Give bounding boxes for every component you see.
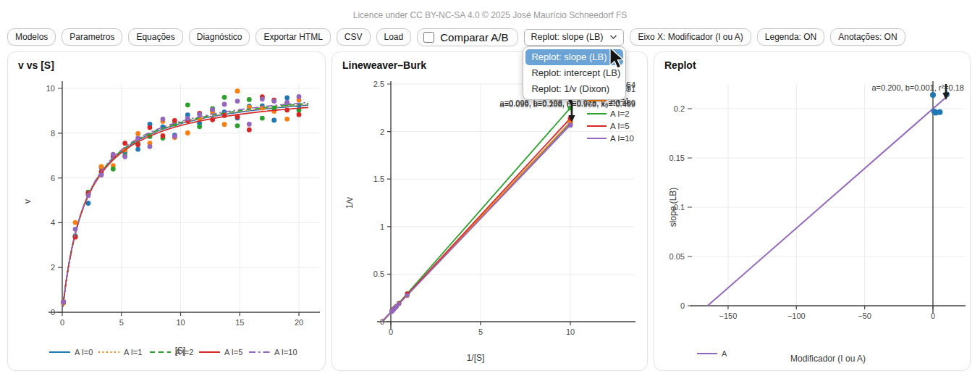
button-modelos[interactable]: Modelos (7, 28, 56, 46)
svg-text:0.15: 0.15 (669, 154, 685, 162)
button-csv[interactable]: CSV (337, 28, 371, 46)
menu-item-replot-dixon[interactable]: Replot: 1/v (Dixon) (525, 81, 623, 97)
v-vs-s-chart: 024681005101520v[S]A I=0A I=1A I=2A I=5A… (8, 52, 325, 370)
svg-text:0: 0 (680, 301, 685, 310)
svg-text:A I=10: A I=10 (274, 348, 297, 356)
grid (62, 84, 319, 312)
replot-chart: 00.050.10.150.2−150−100−500slope (LB)Mod… (654, 52, 970, 370)
legend: A I=0A I=1A I=2A I=5A I=10 (49, 348, 297, 356)
svg-text:A I=2: A I=2 (610, 109, 630, 118)
svg-text:A I=2: A I=2 (175, 348, 193, 356)
svg-text:−50: −50 (858, 312, 871, 320)
series-a-i-1 (61, 88, 308, 306)
panel-title: Lineweaver–Burk (342, 59, 426, 71)
axes: 00.050.10.150.2−150−100−500slope (LB)Mod… (668, 81, 966, 364)
svg-text:2: 2 (51, 263, 55, 272)
svg-text:v: v (22, 199, 33, 204)
svg-text:1: 1 (380, 222, 384, 231)
svg-text:15: 15 (235, 318, 244, 327)
replot-dropdown-menu: Replot: slope (LB) Replot: intercept (LB… (523, 46, 626, 100)
app-root: Licence under CC BY-NC-SA 4.0 © 2025 Jos… (0, 0, 980, 384)
replot-select-value: Replot: slope (LB) (531, 32, 603, 42)
button-eixo-x[interactable]: Eixo X: Modificador (I ou A) (630, 28, 751, 46)
compare-ab-label: Comparar A/B (440, 31, 508, 43)
svg-text:0.2: 0.2 (674, 104, 685, 113)
replot-select[interactable]: Replot: slope (LB) (524, 29, 624, 46)
compare-ab-checkbox[interactable] (423, 32, 434, 43)
svg-text:1.5: 1.5 (373, 175, 384, 183)
series-a-i-10 (61, 94, 308, 307)
svg-text:−150: −150 (719, 312, 738, 320)
grid (391, 84, 634, 322)
svg-text:10: 10 (566, 327, 575, 336)
svg-text:A I=5: A I=5 (610, 122, 630, 130)
series-a-i-2 (61, 95, 308, 307)
svg-text:5: 5 (119, 318, 124, 327)
svg-text:−100: −100 (787, 312, 806, 320)
compare-ab-group: Comparar A/B (417, 28, 518, 46)
legend: A (697, 349, 727, 358)
svg-text:5: 5 (478, 327, 483, 336)
license-text: Licence under CC BY-NC-SA 4.0 © 2025 Jos… (0, 0, 980, 20)
axes: 00.511.522.505101/v1/[S] (345, 80, 635, 363)
button-diagnostico[interactable]: Diagnóstico (189, 28, 250, 46)
panel-title: Replot (664, 59, 696, 71)
svg-text:0.5: 0.5 (373, 270, 384, 278)
svg-text:0: 0 (60, 318, 64, 327)
button-anotacoes[interactable]: Anotações: ON (830, 28, 905, 46)
replot-fit-line (708, 94, 950, 306)
svg-text:0.05: 0.05 (669, 252, 685, 261)
svg-text:2.5: 2.5 (373, 80, 384, 88)
svg-text:8: 8 (51, 129, 55, 138)
charts-row: v vs [S] 024681005101520v[S]A I=0A I=1A … (7, 51, 973, 371)
button-legenda[interactable]: Legenda: ON (757, 28, 824, 46)
svg-text:slope (LB): slope (LB) (668, 188, 678, 228)
panel-replot: Replot 00.050.10.150.2−150−100−500slope … (654, 51, 971, 371)
button-load[interactable]: Load (376, 28, 412, 46)
replot-select-wrap: Replot: slope (LB) Replot: slope (LB) Re… (524, 29, 624, 46)
fit-annotation: a=0.200, b=0.001, r²=0.18 (871, 83, 964, 92)
svg-text:0: 0 (51, 308, 55, 317)
svg-text:A I=10: A I=10 (610, 134, 634, 143)
chevron-down-icon (609, 34, 617, 40)
svg-text:2: 2 (380, 128, 384, 136)
svg-text:10: 10 (176, 318, 185, 327)
series-a-i-0 (61, 96, 308, 307)
svg-text:A I=1: A I=1 (124, 348, 142, 356)
svg-text:20: 20 (295, 318, 303, 327)
svg-text:A: A (722, 349, 727, 358)
lineweaver-burk-chart: 00.511.522.505101/v1/[S]a=0.099, b=0.204… (332, 52, 647, 370)
panel-title: v vs [S] (18, 59, 54, 71)
mouse-cursor-icon (607, 47, 626, 70)
svg-text:0: 0 (389, 327, 393, 336)
toolbar: Modelos Parametros Equações Diagnóstico … (7, 27, 973, 47)
series-a-i-2-line (383, 108, 570, 322)
series-a-i-5 (61, 94, 308, 306)
svg-text:0: 0 (931, 312, 935, 320)
button-parametros[interactable]: Parametros (62, 28, 122, 46)
svg-text:A I=5: A I=5 (224, 348, 242, 356)
svg-text:6: 6 (51, 174, 55, 183)
series-a-i-10-line (382, 125, 570, 322)
button-equacoes[interactable]: Equações (128, 28, 182, 46)
svg-text:1/[S]: 1/[S] (467, 353, 485, 363)
button-exportar-html[interactable]: Exportar HTML (255, 28, 330, 46)
svg-text:10: 10 (46, 84, 55, 93)
panel-v-vs-s: v vs [S] 024681005101520v[S]A I=0A I=1A … (7, 51, 326, 371)
svg-text:4: 4 (51, 218, 55, 227)
svg-text:A I=0: A I=0 (75, 348, 93, 356)
svg-text:Modificador (I ou A): Modificador (I ou A) (790, 354, 866, 364)
axes: 024681005101520v[S] (22, 81, 320, 356)
svg-text:1/v: 1/v (345, 197, 355, 209)
svg-text:a=0.200, b=0.001, r²=0.18: a=0.200, b=0.001, r²=0.18 (871, 83, 964, 92)
